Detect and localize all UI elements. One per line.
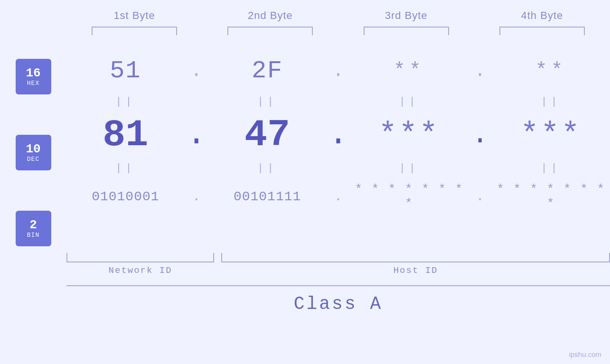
network-id-bracket [66, 253, 214, 262]
bracket-top-3 [364, 27, 449, 35]
byte2-header: 2nd Byte [202, 9, 338, 22]
class-bracket-line [66, 285, 610, 286]
hex-base-num: 16 [26, 66, 40, 80]
equals-row-1: || || || || [66, 92, 610, 111]
dec-row: 81 . 47 . *** . *** [66, 111, 610, 159]
bin-b4-cell: * * * * * * * * [492, 182, 610, 211]
hex-base-label: HEX [27, 80, 39, 87]
bracket-top-4 [499, 27, 585, 35]
bracket-cell-1 [66, 27, 202, 35]
eq1-b4: || [492, 96, 610, 108]
main-content: 16 HEX 10 DEC 2 BIN 51 . [0, 49, 610, 246]
class-label: Class A [66, 294, 610, 314]
hex-b2-value: 2F [252, 57, 283, 85]
hex-b3-cell: ** [350, 59, 469, 82]
byte4-header: 4th Byte [474, 9, 610, 22]
bin-b2-value: 00101111 [234, 189, 301, 204]
dec-b3-value: *** [378, 117, 440, 152]
hex-dot3: . [468, 61, 492, 81]
network-id-label: Network ID [66, 265, 214, 276]
bin-dot1: . [185, 189, 208, 204]
bracket-cell-4 [474, 27, 610, 35]
dec-dot2: . [327, 115, 350, 155]
bin-row: 01010001 . 00101111 . * * * * * * * * . [66, 177, 610, 215]
bracket-top-1 [92, 27, 177, 35]
eq2-b4: || [492, 162, 610, 174]
eq2-b2: || [208, 162, 327, 174]
bracket-cell-3 [338, 27, 474, 35]
bin-b1-cell: 01010001 [66, 189, 185, 204]
main-container: 1st Byte 2nd Byte 3rd Byte 4th Byte 16 H… [0, 0, 610, 364]
bracket-top-2 [227, 27, 313, 35]
bin-b1-value: 01010001 [92, 189, 159, 204]
bin-b4-value: * * * * * * * * [497, 182, 605, 211]
bin-dot3: . [468, 189, 492, 204]
dec-b3-cell: *** [350, 117, 469, 152]
byte1-header: 1st Byte [66, 9, 202, 22]
hex-badge: 16 HEX [16, 59, 51, 94]
hex-b1-cell: 51 [66, 57, 185, 85]
hex-b2-cell: 2F [208, 57, 327, 85]
bottom-section: Network ID Host ID Class A [0, 251, 610, 314]
bin-base-num: 2 [29, 218, 37, 232]
top-brackets [0, 27, 610, 35]
hex-b4-cell: ** [492, 59, 610, 82]
dec-b4-cell: *** [492, 117, 610, 152]
watermark: ipshu.com [569, 350, 601, 358]
eq1-b3: || [350, 96, 469, 108]
dec-badge: 10 DEC [16, 135, 51, 170]
bin-b3-cell: * * * * * * * * [350, 182, 469, 211]
id-labels-row: Network ID Host ID [66, 265, 610, 276]
dec-dot3: . [468, 118, 492, 152]
dec-b1-value: 81 [103, 113, 148, 157]
dec-b4-value: *** [520, 117, 582, 152]
bin-base-label: BIN [27, 232, 39, 239]
bin-b3-value: * * * * * * * * [355, 182, 463, 211]
byte-headers: 1st Byte 2nd Byte 3rd Byte 4th Byte [0, 9, 610, 22]
bin-b2-cell: 00101111 [208, 189, 327, 204]
eq2-b1: || [66, 162, 185, 174]
hex-dot2: . [327, 61, 350, 81]
dec-dot1: . [185, 115, 208, 155]
host-id-label: Host ID [221, 265, 610, 276]
hex-dot1: . [185, 61, 208, 81]
eq1-b2: || [208, 96, 327, 108]
equals-row-2: || || || || [66, 159, 610, 177]
hex-row: 51 . 2F . ** . ** [66, 49, 610, 92]
labels-column: 16 HEX 10 DEC 2 BIN [0, 49, 66, 246]
dec-b2-cell: 47 [208, 113, 327, 157]
bin-badge: 2 BIN [16, 211, 51, 246]
dec-b1-cell: 81 [66, 113, 185, 157]
data-columns: 51 . 2F . ** . ** [66, 49, 610, 246]
eq2-b3: || [350, 162, 469, 174]
bin-dot2: . [327, 189, 350, 204]
hex-b3-value: ** [394, 59, 425, 82]
hex-b4-value: ** [535, 59, 566, 82]
bracket-cell-2 [202, 27, 338, 35]
byte3-header: 3rd Byte [338, 9, 474, 22]
host-id-bracket [221, 253, 610, 262]
hex-b1-value: 51 [110, 57, 141, 85]
dec-b2-value: 47 [244, 113, 290, 157]
dec-base-num: 10 [26, 142, 40, 156]
bottom-brackets-row [66, 253, 610, 262]
eq1-b1: || [66, 96, 185, 108]
dec-base-label: DEC [27, 156, 39, 163]
